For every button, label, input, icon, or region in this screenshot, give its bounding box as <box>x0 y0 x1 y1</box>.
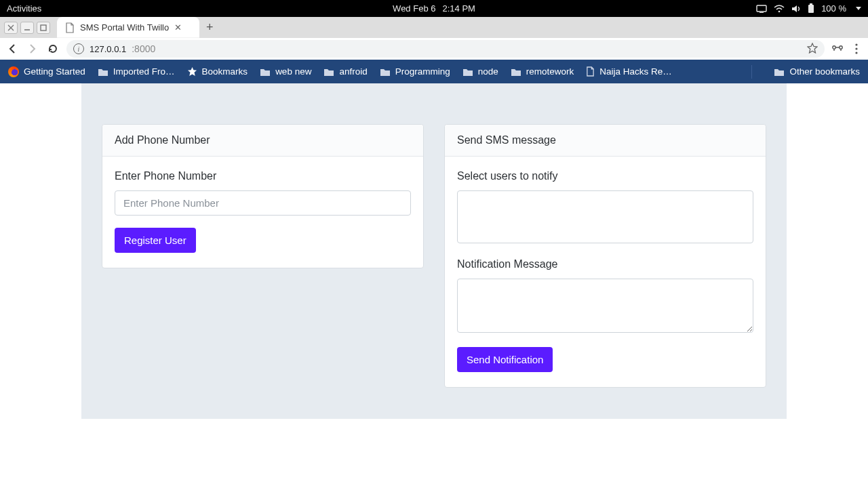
volume-icon[interactable] <box>791 5 801 13</box>
svg-rect-0 <box>757 5 766 12</box>
bookmark-label: Getting Started <box>24 66 85 77</box>
bookmark-label: remotework <box>526 66 574 77</box>
send-sms-header: Send SMS message <box>445 125 766 157</box>
svg-point-7 <box>840 46 842 49</box>
bookmarks-separator <box>751 65 752 79</box>
svg-point-10 <box>855 52 857 54</box>
forward-button[interactable] <box>26 42 39 56</box>
menu-icon[interactable] <box>850 43 863 54</box>
svg-point-6 <box>833 46 835 49</box>
notification-message-textarea[interactable] <box>457 279 753 333</box>
extensions-icon[interactable] <box>831 44 844 54</box>
address-bar[interactable]: i 127.0.0.1:8000 <box>66 40 825 58</box>
page-viewport: Add Phone Number Enter Phone Number Regi… <box>0 83 868 488</box>
battery-percent: 100 % <box>821 3 846 14</box>
new-tab-button[interactable]: + <box>199 17 220 38</box>
svg-rect-3 <box>808 5 814 13</box>
bookmark-item[interactable]: Getting Started <box>8 66 85 77</box>
os-date: Wed Feb 6 <box>393 3 435 14</box>
send-notification-button[interactable]: Send Notification <box>457 347 553 372</box>
wifi-icon[interactable] <box>774 5 785 13</box>
bookmark-item[interactable]: Naija Hacks Re… <box>586 66 672 77</box>
bookmark-item[interactable]: Imported Fro… <box>98 66 175 77</box>
window-minimize-button[interactable] <box>20 22 34 34</box>
other-bookmarks-label: Other bookmarks <box>789 66 860 77</box>
screen-icon[interactable] <box>756 5 767 13</box>
bookmark-label: Naija Hacks Re… <box>599 66 672 77</box>
bookmark-label: Bookmarks <box>202 66 248 77</box>
os-time: 2:14 PM <box>442 3 475 14</box>
activities-label[interactable]: Activities <box>7 3 41 14</box>
reload-button[interactable] <box>46 42 60 56</box>
bookmark-item[interactable]: anfroid <box>323 66 367 77</box>
browser-nav-row: i 127.0.0.1:8000 <box>0 38 868 60</box>
browser-tab[interactable]: SMS Portal With Twillo ✕ <box>57 17 199 38</box>
bookmark-label: web new <box>275 66 311 77</box>
svg-rect-5 <box>41 25 46 30</box>
bookmarks-bar: Getting StartedImported Fro…Bookmarksweb… <box>0 60 868 83</box>
svg-point-8 <box>855 43 857 45</box>
svg-point-9 <box>855 47 857 49</box>
select-users-listbox[interactable] <box>457 190 753 243</box>
other-bookmarks[interactable]: Other bookmarks <box>774 66 860 77</box>
phone-input[interactable] <box>115 190 411 216</box>
tab-close-icon[interactable]: ✕ <box>174 22 182 33</box>
bookmark-item[interactable]: remotework <box>511 66 574 77</box>
window-close-button[interactable] <box>4 22 18 34</box>
phone-label: Enter Phone Number <box>115 170 411 182</box>
bookmark-label: Imported Fro… <box>113 66 175 77</box>
back-button[interactable] <box>5 42 19 56</box>
bookmark-label: anfroid <box>339 66 367 77</box>
add-phone-card: Add Phone Number Enter Phone Number Regi… <box>102 124 424 268</box>
bookmark-star-icon[interactable] <box>807 43 818 56</box>
url-host: 127.0.0.1 <box>90 44 126 54</box>
bookmark-item[interactable]: Programming <box>380 66 450 77</box>
bookmark-item[interactable]: node <box>462 66 498 77</box>
notification-message-label: Notification Message <box>457 258 753 270</box>
svg-rect-4 <box>810 3 812 5</box>
os-top-bar: Activities Wed Feb 6 2:14 PM 100 % <box>0 0 868 17</box>
bookmark-label: node <box>478 66 498 77</box>
add-phone-header: Add Phone Number <box>102 125 423 157</box>
bookmark-item[interactable]: Bookmarks <box>187 66 248 77</box>
window-maximize-button[interactable] <box>37 22 50 34</box>
bookmark-label: Programming <box>395 66 450 77</box>
site-info-icon[interactable]: i <box>73 43 84 54</box>
tab-title: SMS Portal With Twillo <box>80 22 169 33</box>
chevron-down-icon[interactable] <box>856 7 861 10</box>
select-users-label: Select users to notify <box>457 170 753 182</box>
bookmark-item[interactable]: web new <box>260 66 311 77</box>
window-titlebar: SMS Portal With Twillo ✕ + <box>0 17 868 38</box>
register-user-button[interactable]: Register User <box>115 228 196 253</box>
battery-icon[interactable] <box>808 3 814 14</box>
svg-rect-1 <box>760 12 764 13</box>
send-sms-card: Send SMS message Select users to notify … <box>444 124 766 388</box>
document-icon <box>65 22 75 33</box>
content-container: Add Phone Number Enter Phone Number Regi… <box>81 83 787 419</box>
url-port: :8000 <box>132 43 155 54</box>
svg-point-2 <box>778 10 781 12</box>
